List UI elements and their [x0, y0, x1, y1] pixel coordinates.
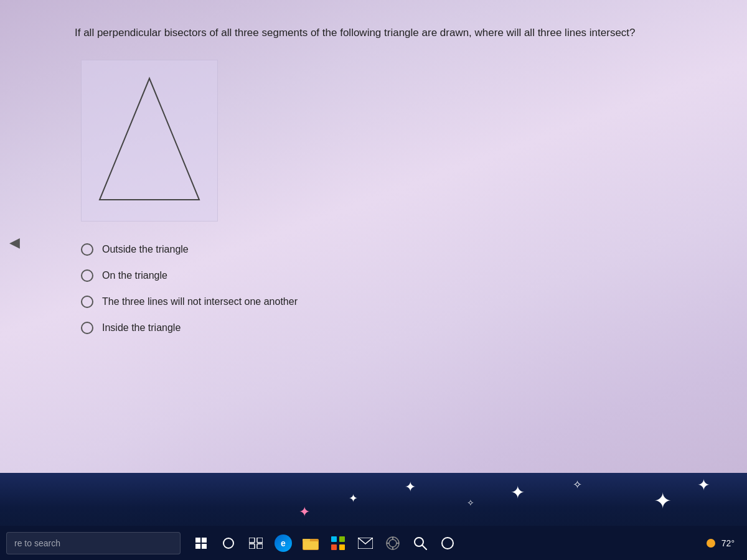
sparkle-7: ✦ [697, 476, 710, 494]
radio-inside[interactable] [81, 322, 93, 334]
main-content: ◀ If all perpendicular bisectors of all … [0, 0, 747, 473]
option-4-label: Inside the triangle [102, 322, 181, 334]
svg-marker-0 [100, 78, 199, 200]
option-3[interactable]: The three lines will not intersect one a… [81, 296, 697, 308]
radio-not-intersect[interactable] [81, 296, 93, 308]
sparkle-3: ✦ [654, 488, 672, 513]
svg-rect-10 [339, 536, 345, 542]
task-view-icon [249, 538, 263, 549]
taskbar: ✦ ✧ ✦ ✦ ✧ ✦ ✦ ✦ re to search [0, 473, 747, 560]
option-1-label: Outside the triangle [102, 244, 189, 255]
taskbar-bottom: re to search [0, 526, 747, 560]
temperature-text: 72° [721, 538, 735, 548]
back-button[interactable]: ◀ [5, 230, 24, 255]
search-icon [222, 537, 235, 549]
pink-sparkle: ✦ [299, 504, 310, 520]
apps-grid-button[interactable] [327, 532, 349, 554]
taskbar-right: 72° [707, 538, 741, 548]
apps-grid-icon [331, 536, 345, 550]
taskbar-icons: e [190, 532, 459, 554]
mail-icon [358, 538, 373, 549]
ring-button[interactable] [436, 532, 459, 554]
radio-on[interactable] [81, 269, 93, 282]
weather-dot [707, 539, 715, 548]
sparkle-5: ✧ [467, 498, 474, 508]
file-explorer-icon [303, 536, 319, 550]
svg-point-22 [442, 538, 453, 549]
search-placeholder-text: re to search [14, 538, 60, 548]
edge-button[interactable]: e [272, 532, 294, 554]
options-list: Outside the triangle On the triangle The… [81, 243, 697, 334]
svg-rect-7 [303, 539, 310, 541]
windows-icon [195, 538, 207, 549]
magnify-icon [413, 536, 427, 550]
option-2[interactable]: On the triangle [81, 269, 697, 282]
triangle-image [81, 60, 218, 222]
option-2-label: On the triangle [102, 270, 167, 281]
option-3-label: The three lines will not intersect one a… [102, 296, 298, 307]
sparkle-6: ✦ [349, 492, 358, 505]
svg-point-1 [223, 538, 233, 548]
svg-line-21 [422, 545, 426, 549]
start-button[interactable] [190, 532, 212, 554]
svg-rect-4 [249, 544, 255, 549]
ring-icon [441, 536, 454, 550]
svg-point-15 [389, 539, 397, 547]
mail-button[interactable] [354, 532, 377, 554]
sparkle-4: ✦ [405, 479, 416, 495]
triangle-svg [87, 66, 212, 215]
option-1[interactable]: Outside the triangle [81, 243, 697, 256]
svg-rect-9 [331, 536, 337, 542]
radio-outside[interactable] [81, 243, 93, 256]
media-button[interactable] [382, 532, 404, 554]
search-box[interactable]: re to search [6, 532, 181, 554]
svg-rect-5 [257, 544, 263, 549]
back-arrow-icon: ◀ [9, 235, 20, 251]
sparkle-1: ✦ [510, 482, 525, 503]
file-explorer-button[interactable] [299, 532, 322, 554]
svg-rect-3 [257, 538, 263, 543]
media-icon [386, 536, 400, 550]
sparkle-2: ✧ [573, 478, 582, 492]
svg-rect-8 [303, 541, 318, 549]
search-button[interactable] [217, 532, 240, 554]
magnify-button[interactable] [409, 532, 431, 554]
edge-icon: e [275, 534, 292, 552]
task-view-button[interactable] [245, 532, 267, 554]
svg-rect-11 [331, 544, 337, 550]
option-4[interactable]: Inside the triangle [81, 322, 697, 334]
question-text: If all perpendicular bisectors of all th… [75, 25, 697, 41]
svg-rect-2 [249, 538, 255, 543]
svg-rect-12 [339, 544, 345, 550]
